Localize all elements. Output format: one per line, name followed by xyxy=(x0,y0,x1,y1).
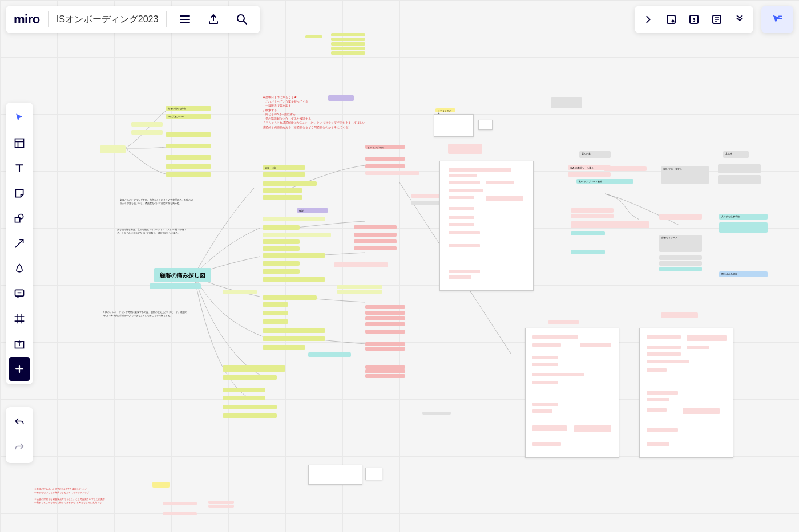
mindmap-node[interactable] xyxy=(365,322,405,326)
connection-line-tool[interactable] xyxy=(9,232,30,255)
document-frame[interactable] xyxy=(639,328,733,458)
mini-node[interactable] xyxy=(305,35,322,38)
mindmap-node[interactable] xyxy=(263,336,325,341)
mindmap-node[interactable] xyxy=(223,290,257,294)
mindmap-node[interactable]: 具体的な実装手順 xyxy=(719,214,768,220)
mindmap-node[interactable] xyxy=(223,413,277,418)
mindmap-node[interactable] xyxy=(308,352,351,357)
mindmap-node[interactable] xyxy=(223,405,277,409)
main-node[interactable]: 顧客の痛み探し図 xyxy=(154,268,211,282)
mindmap-node[interactable] xyxy=(354,239,397,243)
mindmap-node[interactable] xyxy=(337,285,382,289)
mindmap-node[interactable]: ISの業務フロー xyxy=(166,114,211,119)
export-icon[interactable] xyxy=(203,9,224,30)
mindmap-node[interactable]: 期待される効果 xyxy=(719,271,768,277)
mindmap-node[interactable]: 顧客の悩みを分類 xyxy=(166,106,211,111)
select-tool[interactable] xyxy=(9,106,30,130)
mini-node[interactable] xyxy=(152,482,170,488)
mindmap-node[interactable] xyxy=(263,239,300,244)
mindmap-node[interactable] xyxy=(131,130,163,135)
mindmap-node[interactable] xyxy=(365,374,405,378)
text-card[interactable] xyxy=(308,465,362,485)
mindmap-node[interactable] xyxy=(263,328,325,333)
sticky-note-tool[interactable] xyxy=(9,181,30,205)
hide-collab-cursors-icon[interactable] xyxy=(661,9,681,30)
cursor-mode-button[interactable] xyxy=(761,6,793,33)
pen-tool[interactable] xyxy=(9,257,30,281)
document-frame[interactable] xyxy=(439,161,534,291)
mindmap-node[interactable] xyxy=(223,365,285,372)
mindmap-node[interactable] xyxy=(571,231,605,235)
mindmap-node[interactable] xyxy=(365,342,405,346)
mindmap-node[interactable] xyxy=(365,369,405,373)
comment-tool[interactable] xyxy=(9,282,30,306)
mindmap-node[interactable] xyxy=(131,122,163,127)
mindmap-node[interactable] xyxy=(571,250,605,254)
mindmap-node[interactable] xyxy=(263,225,300,230)
mindmap-node[interactable] xyxy=(263,188,302,193)
mindmap-node[interactable]: 必要なリソース xyxy=(659,235,702,252)
text-card[interactable] xyxy=(478,120,493,130)
mindmap-node[interactable] xyxy=(337,290,382,294)
mini-node[interactable] xyxy=(208,505,234,508)
mindmap-node[interactable] xyxy=(571,208,614,213)
mindmap-node[interactable] xyxy=(166,144,211,148)
undo-button[interactable] xyxy=(9,411,30,434)
mindmap-node[interactable] xyxy=(659,267,702,271)
mindmap-node[interactable] xyxy=(263,195,302,200)
mindmap-node[interactable]: 案C: フロー見直し xyxy=(661,166,709,184)
mindmap-node[interactable] xyxy=(166,172,211,177)
templates-tool[interactable] xyxy=(9,131,30,155)
mindmap-node[interactable] xyxy=(718,175,761,184)
mindmap-node[interactable] xyxy=(263,253,325,258)
mindmap-node[interactable] xyxy=(263,311,288,315)
mindmap-node[interactable] xyxy=(659,214,702,220)
mindmap-node[interactable] xyxy=(263,172,305,177)
mindmap-node[interactable] xyxy=(661,312,698,318)
mini-node[interactable] xyxy=(331,42,365,46)
mindmap-node[interactable] xyxy=(263,246,300,251)
mindmap-node[interactable]: 案B: テンプレート整備 xyxy=(576,179,633,184)
mini-node[interactable] xyxy=(331,33,365,36)
shapes-tool[interactable] xyxy=(9,206,30,230)
mindmap-node[interactable] xyxy=(263,295,317,300)
mindmap-node[interactable] xyxy=(354,246,397,250)
mini-node[interactable] xyxy=(331,47,365,50)
mindmap-node[interactable] xyxy=(365,157,405,161)
mindmap-node[interactable] xyxy=(223,388,265,392)
mindmap-node[interactable] xyxy=(659,261,702,266)
upload-tool[interactable] xyxy=(9,332,30,356)
mindmap-node[interactable] xyxy=(263,261,300,266)
mindmap-node[interactable] xyxy=(263,233,331,237)
mindmap-node[interactable] xyxy=(223,396,265,400)
board-title[interactable]: ISオンボーディング2023 xyxy=(57,14,159,26)
mindmap-node[interactable]: ヒアリング項目 xyxy=(365,145,405,149)
mindmap-node[interactable] xyxy=(166,132,211,137)
mindmap-node[interactable] xyxy=(354,225,397,229)
comments-panel-icon[interactable] xyxy=(707,9,727,30)
mini-node[interactable] xyxy=(331,51,365,55)
mindmap-node[interactable] xyxy=(365,365,405,369)
search-icon[interactable] xyxy=(232,9,252,30)
sub-main[interactable] xyxy=(150,283,201,289)
mindmap-node[interactable] xyxy=(568,172,611,177)
hamburger-icon[interactable] xyxy=(175,9,195,30)
mindmap-node[interactable] xyxy=(719,222,768,233)
mini-node[interactable] xyxy=(328,95,354,101)
more-apps-button[interactable] xyxy=(9,357,30,381)
mindmap-node[interactable] xyxy=(659,255,702,260)
mini-node[interactable] xyxy=(163,502,197,505)
mindmap-node[interactable] xyxy=(448,144,482,154)
mindmap-node[interactable] xyxy=(718,164,761,173)
mindmap-node[interactable] xyxy=(365,316,405,320)
mindmap-node[interactable] xyxy=(411,194,442,198)
mini-node[interactable] xyxy=(331,38,365,41)
text-card[interactable] xyxy=(365,468,382,480)
mindmap-node[interactable] xyxy=(166,155,211,160)
mindmap-node[interactable] xyxy=(365,305,405,309)
mindmap-node[interactable] xyxy=(166,164,211,169)
more-menu-icon[interactable] xyxy=(729,9,750,30)
mindmap-node[interactable]: 提案・検証 xyxy=(263,165,305,170)
frame-tool[interactable] xyxy=(9,307,30,331)
redo-button[interactable] xyxy=(9,436,30,460)
